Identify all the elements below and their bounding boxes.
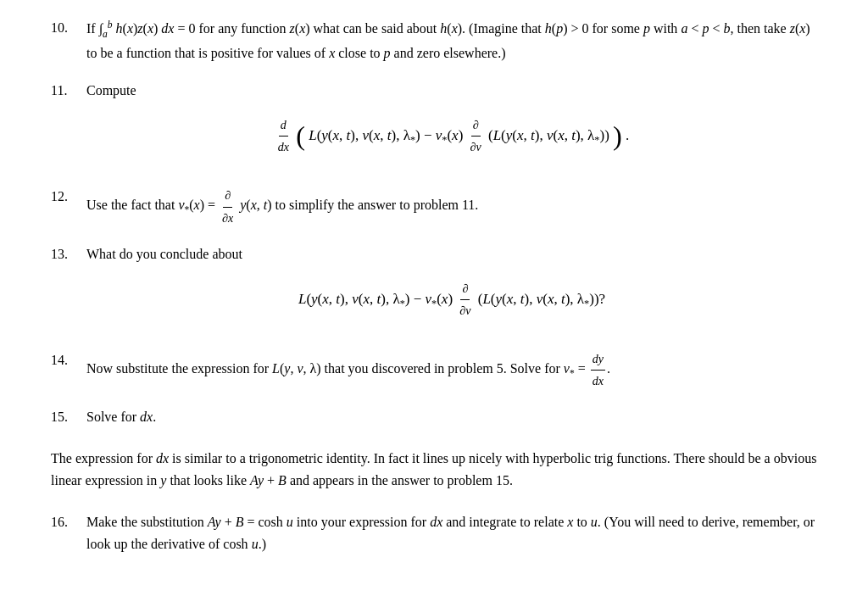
problem-13-formula: L(y(x, t), v(x, t), λ*) − v*(x) ∂ ∂v (L(…	[86, 279, 817, 320]
d-dx-fraction: d dx	[276, 115, 291, 157]
partial-fraction-1: ∂ ∂v	[469, 115, 483, 157]
problem-10: 10. If ∫ab h(x)z(x) dx = 0 for any funct…	[51, 17, 817, 64]
problem-13-text: What do you conclude about L(y(x, t), v(…	[86, 243, 817, 335]
problem-15-number: 15.	[51, 406, 86, 428]
fraction-denominator: dx	[276, 137, 291, 157]
problem-16-number: 16.	[51, 511, 86, 556]
problem-16-text: Make the substitution Ay + B = cosh u in…	[86, 511, 817, 556]
problem-13: 13. What do you conclude about L(y(x, t)…	[51, 243, 817, 335]
problem-12-number: 12.	[51, 186, 86, 227]
problem-15-text: Solve for dx.	[86, 406, 817, 428]
problem-11-formula: d dx ( L(y(x, t), v(x, t), λ*) − v*(x) ∂…	[86, 115, 817, 157]
problem-11-number: 11.	[51, 80, 86, 171]
partial-fraction-2: ∂ ∂v	[458, 279, 472, 320]
problem-10-text: If ∫ab h(x)z(x) dx = 0 for any function …	[86, 17, 817, 64]
problem-13-number: 13.	[51, 243, 86, 335]
problem-15: 15. Solve for dx.	[51, 406, 817, 428]
problem-12-text: Use the fact that v*(x) = ∂ ∂x y(x, t) t…	[86, 186, 817, 227]
partial-inline-frac: ∂ ∂x	[220, 186, 235, 227]
dy-dx-frac: dy dx	[591, 349, 605, 391]
problem-10-number: 10.	[51, 17, 86, 64]
problem-14-text: Now substitute the expression for L(y, v…	[86, 349, 817, 391]
problem-14: 14. Now substitute the expression for L(…	[51, 349, 817, 391]
problem-11: 11. Compute d dx ( L(y(x, t), v(x, t), λ…	[51, 80, 817, 171]
paragraph-1: The expression for dx is similar to a tr…	[51, 448, 817, 493]
problem-11-text: Compute d dx ( L(y(x, t), v(x, t), λ*) −…	[86, 80, 817, 171]
problem-12: 12. Use the fact that v*(x) = ∂ ∂x y(x, …	[51, 186, 817, 227]
problem-16: 16. Make the substitution Ay + B = cosh …	[51, 511, 817, 556]
fraction-numerator: d	[279, 115, 288, 137]
problem-14-number: 14.	[51, 349, 86, 391]
page-content: 10. If ∫ab h(x)z(x) dx = 0 for any funct…	[51, 17, 817, 555]
